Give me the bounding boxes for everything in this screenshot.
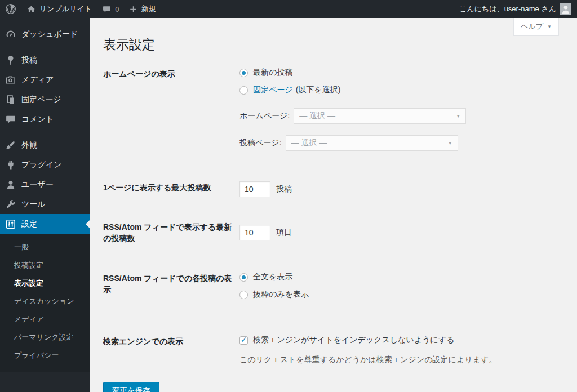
submenu-item-permalinks[interactable]: パーマリンク設定 [0,328,90,346]
comment-bubble-icon [102,5,112,14]
rss-count-input[interactable] [239,225,270,240]
submenu-item-discussion[interactable]: ディスカッション [0,292,90,310]
sidebar-item-label: 外観 [21,140,37,150]
full-text-radio[interactable] [239,273,248,282]
sidebar-item-settings[interactable]: 設定 [0,214,90,234]
static-page-option: 固定ページ (以下を選択) [239,85,466,95]
site-name-button[interactable]: サンプルサイト [21,0,97,18]
dashboard-icon [5,29,16,40]
comments-count: 0 [115,5,119,14]
submenu-item-general[interactable]: 一般 [0,238,90,256]
rss-count-unit: 項目 [276,228,292,238]
sidebar-item-appearance[interactable]: 外観 [0,135,90,155]
posts-per-page-label: 1ページに表示する最大投稿数 [103,181,239,197]
latest-posts-option: 最新の投稿 [239,68,466,78]
sidebar-item-users[interactable]: ユーザー [0,175,90,194]
full-text-option: 全文を表示 [239,272,309,282]
homepage-select-row: ホームページ: — 選択 — ▼ [239,108,466,124]
chevron-down-icon: ▼ [547,24,552,29]
sidebar-item-label: 固定ページ [21,95,61,105]
camera-icon [5,74,16,86]
full-text-label: 全文を表示 [253,272,292,282]
posts-per-page-unit: 投稿 [276,184,292,194]
search-visibility-checkbox[interactable] [239,336,248,345]
homepage-select[interactable]: — 選択 — ▼ [294,108,466,124]
latest-posts-radio[interactable] [239,69,248,77]
new-content-button[interactable]: 新規 [124,0,161,18]
user-greeting: こんにちは、user-name さん [459,4,556,14]
search-visibility-description: このリクエストを尊重するかどうかは検索エンジンの設定によります。 [239,355,496,365]
wordpress-logo-icon [5,3,16,15]
page-title: 表示設定 [103,37,566,53]
sidebar-item-pages[interactable]: 固定ページ [0,90,90,109]
static-page-radio[interactable] [239,86,248,95]
plugin-icon [5,159,16,171]
latest-posts-label: 最新の投稿 [253,68,292,78]
front-page-label: ホームページの表示 [103,68,239,151]
front-page-row: ホームページの表示 最新の投稿 固定ページ (以下を選択) ホームページ: — … [103,68,566,151]
posts-page-select-label: 投稿ページ: [239,138,282,148]
comment-icon [5,114,16,125]
search-visibility-label: 検索エンジンでの表示 [103,335,239,365]
wrench-icon [5,199,16,210]
homepage-select-label: ホームページ: [239,111,290,121]
pin-icon [5,55,16,66]
rss-display-label: RSS/Atom フィードでの各投稿の表示 [103,272,239,307]
sidebar-item-tools[interactable]: ツール [0,194,90,214]
reading-settings-form: ホームページの表示 最新の投稿 固定ページ (以下を選択) ホームページ: — … [103,68,566,392]
submenu-item-writing[interactable]: 投稿設定 [0,256,90,274]
posts-page-select-row: 投稿ページ: — 選択 — ▼ [239,135,466,151]
excerpt-radio[interactable] [239,291,248,299]
search-visibility-checkbox-label: 検索エンジンがサイトをインデックスしないようにする [253,335,455,345]
search-visibility-row: 検索エンジンでの表示 検索エンジンがサイトをインデックスしないようにする このリ… [103,335,566,365]
static-page-link[interactable]: 固定ページ [253,85,293,95]
main-content: ヘルプ ▼ 表示設定 ホームページの表示 最新の投稿 固定ページ (以下を選択)… [90,18,577,392]
rss-count-label: RSS/Atom フィードで表示する最新の投稿数 [103,221,239,244]
sidebar-item-label: 設定 [21,219,37,229]
comments-shortcut[interactable]: 0 [97,0,124,18]
sidebar-item-label: 投稿 [21,55,37,65]
plus-icon [129,5,137,14]
settings-submenu: 一般 投稿設定 表示設定 ディスカッション メディア パーマリンク設定 プライバ… [0,234,90,372]
sidebar-item-label: ユーザー [21,180,54,190]
sidebar-item-comments[interactable]: コメント [0,109,90,129]
submenu-item-reading[interactable]: 表示設定 [0,274,90,292]
select-caret-icon: ▼ [448,141,452,146]
help-label: ヘルプ [521,21,543,32]
wordpress-menu-button[interactable] [0,0,21,18]
sidebar-item-label: ツール [21,199,46,210]
sidebar-item-label: ダッシュボード [21,29,78,39]
search-visibility-option: 検索エンジンがサイトをインデックスしないようにする [239,335,496,345]
rss-display-row: RSS/Atom フィードでの各投稿の表示 全文を表示 抜粋のみを表示 [103,272,566,307]
admin-bar-account[interactable]: こんにちは、user-name さん [459,3,577,15]
sidebar-item-label: プラグイン [21,160,62,170]
sidebar-item-media[interactable]: メディア [0,70,90,90]
excerpt-label: 抜粋のみを表示 [253,289,309,300]
posts-page-select[interactable]: — 選択 — ▼ [286,135,458,151]
pages-icon [5,94,16,105]
sidebar-item-label: メディア [21,75,54,85]
posts-per-page-row: 1ページに表示する最大投稿数 投稿 [103,181,566,197]
admin-sidebar: ダッシュボード 投稿 メディア 固定ページ コメント 外観 [0,18,90,392]
select-caret-icon: ▼ [456,114,460,119]
user-icon [5,179,16,190]
site-name-label: サンプルサイト [39,4,92,14]
save-changes-button[interactable]: 変更を保存 [103,382,159,392]
new-content-label: 新規 [141,4,156,14]
submenu-item-privacy[interactable]: プライバシー [0,346,90,364]
user-avatar [560,3,571,15]
submenu-item-media[interactable]: メディア [0,310,90,328]
sidebar-item-posts[interactable]: 投稿 [0,50,90,70]
excerpt-option: 抜粋のみを表示 [239,289,309,300]
sliders-icon [5,219,16,230]
rss-count-row: RSS/Atom フィードで表示する最新の投稿数 項目 [103,221,566,244]
sidebar-item-plugins[interactable]: プラグイン [0,155,90,175]
posts-per-page-input[interactable] [239,181,270,197]
help-button[interactable]: ヘルプ ▼ [513,18,559,36]
brush-icon [5,140,16,151]
sidebar-item-dashboard[interactable]: ダッシュボード [0,24,90,44]
posts-page-select-value: — 選択 — [291,138,327,148]
sidebar-item-label: コメント [21,114,54,124]
static-page-suffix: (以下を選択) [296,85,341,95]
home-icon [26,5,36,14]
